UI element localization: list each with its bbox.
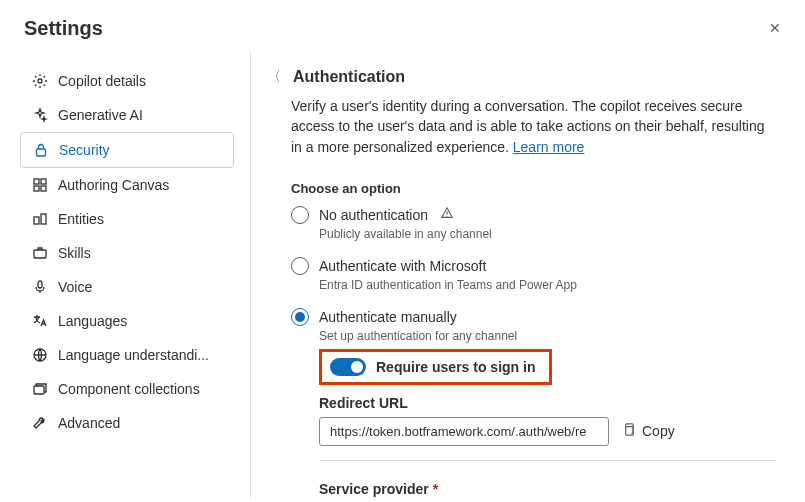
globe-icon <box>32 347 48 363</box>
radio-label: Authenticate with Microsoft <box>319 258 486 274</box>
sidebar-item-generative-ai[interactable]: Generative AI <box>20 98 234 132</box>
svg-rect-7 <box>41 214 46 224</box>
radio-subtext: Set up authentication for any channel <box>319 329 777 343</box>
sidebar-item-label: Voice <box>58 279 92 295</box>
svg-rect-11 <box>34 386 44 394</box>
auth-options: No authentication Publicly available in … <box>291 206 777 497</box>
sidebar-item-security[interactable]: Security <box>20 132 234 168</box>
warning-icon <box>440 206 454 223</box>
svg-rect-1 <box>37 149 46 156</box>
radio-label: Authenticate manually <box>319 309 457 325</box>
option-no-auth[interactable]: No authentication Publicly available in … <box>291 206 777 241</box>
svg-rect-2 <box>34 179 39 184</box>
briefcase-icon <box>32 245 48 261</box>
redirect-url-input[interactable] <box>319 417 609 446</box>
sidebar-item-label: Language understandi... <box>58 347 209 363</box>
page-title: Authentication <box>293 68 405 86</box>
microphone-icon <box>32 279 48 295</box>
svg-rect-8 <box>34 250 46 258</box>
require-signin-row: Require users to sign in <box>319 349 552 385</box>
lock-icon <box>33 142 49 158</box>
redirect-url-label: Redirect URL <box>319 395 777 411</box>
svg-rect-6 <box>34 217 39 224</box>
sidebar-item-label: Advanced <box>58 415 120 431</box>
back-chevron-icon[interactable]: 〈 <box>267 68 281 86</box>
copy-button[interactable]: Copy <box>621 422 675 440</box>
divider <box>319 460 777 461</box>
content: 〈 Authentication Verify a user's identit… <box>250 52 805 498</box>
dialog-title: Settings <box>24 17 103 40</box>
close-button[interactable]: ✕ <box>765 16 785 40</box>
sidebar-item-label: Generative AI <box>58 107 143 123</box>
svg-rect-9 <box>38 281 42 288</box>
radio-icon <box>291 308 309 326</box>
dialog-header: Settings ✕ <box>0 0 805 52</box>
radio-subtext: Publicly available in any channel <box>319 227 777 241</box>
choose-option-label: Choose an option <box>291 181 777 196</box>
required-asterisk: * <box>433 481 438 497</box>
sidebar-item-label: Security <box>59 142 110 158</box>
sidebar-item-advanced[interactable]: Advanced <box>20 406 234 440</box>
sidebar-item-label: Languages <box>58 313 127 329</box>
wrench-icon <box>32 415 48 431</box>
radio-icon <box>291 206 309 224</box>
sidebar-item-entities[interactable]: Entities <box>20 202 234 236</box>
toggle-label: Require users to sign in <box>376 359 535 375</box>
svg-rect-4 <box>34 186 39 191</box>
learn-more-link[interactable]: Learn more <box>513 139 585 155</box>
sidebar-item-languages[interactable]: Languages <box>20 304 234 338</box>
sidebar: Copilot details Generative AI Security A… <box>0 52 250 498</box>
gear-icon <box>32 73 48 89</box>
sidebar-item-voice[interactable]: Voice <box>20 270 234 304</box>
require-signin-toggle[interactable] <box>330 358 366 376</box>
radio-icon <box>291 257 309 275</box>
sidebar-item-label: Skills <box>58 245 91 261</box>
sidebar-item-label: Authoring Canvas <box>58 177 169 193</box>
sidebar-item-skills[interactable]: Skills <box>20 236 234 270</box>
service-provider-label: Service provider * <box>319 481 777 497</box>
svg-rect-5 <box>41 186 46 191</box>
radio-subtext: Entra ID authentication in Teams and Pow… <box>319 278 777 292</box>
svg-rect-3 <box>41 179 46 184</box>
grid-icon <box>32 177 48 193</box>
sidebar-item-language-understanding[interactable]: Language understandi... <box>20 338 234 372</box>
copy-icon <box>621 422 636 440</box>
collection-icon <box>32 381 48 397</box>
sidebar-item-label: Copilot details <box>58 73 146 89</box>
sidebar-item-label: Component collections <box>58 381 200 397</box>
close-icon: ✕ <box>769 20 781 36</box>
entities-icon <box>32 211 48 227</box>
svg-point-0 <box>38 79 42 83</box>
sidebar-item-authoring-canvas[interactable]: Authoring Canvas <box>20 168 234 202</box>
page-description: Verify a user's identity during a conver… <box>291 96 777 157</box>
radio-label: No authentication <box>319 207 428 223</box>
sparkle-icon <box>32 107 48 123</box>
copy-label: Copy <box>642 423 675 439</box>
sidebar-item-component-collections[interactable]: Component collections <box>20 372 234 406</box>
sidebar-item-label: Entities <box>58 211 104 227</box>
translate-icon <box>32 313 48 329</box>
sidebar-item-copilot-details[interactable]: Copilot details <box>20 64 234 98</box>
layout: Copilot details Generative AI Security A… <box>0 52 805 498</box>
option-auth-microsoft[interactable]: Authenticate with Microsoft Entra ID aut… <box>291 257 777 292</box>
option-auth-manually[interactable]: Authenticate manually Set up authenticat… <box>291 308 777 497</box>
